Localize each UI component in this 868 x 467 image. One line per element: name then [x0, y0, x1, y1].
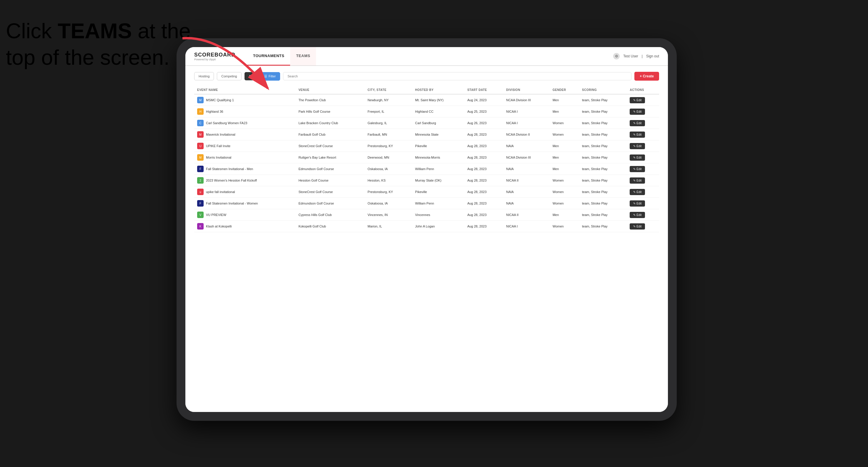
scoring-cell: team, Stroke Play — [579, 94, 627, 106]
table-row: uupike fall invitationalStoneCrest Golf … — [194, 186, 659, 198]
event-icon: H — [197, 108, 204, 115]
tab-teams[interactable]: TEAMS — [290, 47, 316, 66]
actions-cell: ✎ Edit — [627, 152, 659, 163]
edit-button[interactable]: ✎ Edit — [630, 200, 645, 207]
col-city-state: CITY, STATE — [365, 86, 412, 94]
nav-divider: | — [642, 54, 643, 58]
hosted-by-cell: Mt. Saint Mary (NY) — [412, 94, 464, 106]
event-name-cell: MMorris Invitational — [194, 152, 296, 163]
table-row: KKlash at KokopelliKokopelli Golf ClubMa… — [194, 221, 659, 232]
gender-cell: Women — [550, 198, 579, 209]
hosting-button[interactable]: Hosting — [194, 72, 214, 80]
venue-cell: Lake Bracken Country Club — [296, 117, 365, 129]
hosted-by-cell: Pikeville — [412, 141, 464, 152]
search-input[interactable] — [283, 72, 631, 80]
division-cell: NAIA — [503, 186, 550, 198]
actions-cell: ✎ Edit — [627, 129, 659, 141]
actions-cell: ✎ Edit — [627, 175, 659, 186]
actions-cell: ✎ Edit — [627, 221, 659, 232]
edit-button[interactable]: ✎ Edit — [630, 143, 645, 149]
toolbar: Hosting Competing All ☰ Filter + Create — [194, 72, 659, 81]
city-state-cell: Deerwood, MN — [365, 152, 412, 163]
division-cell: NCAA Division II — [503, 129, 550, 141]
event-icon: K — [197, 223, 204, 229]
table-row: MMaverick InvitationalFaribault Golf Clu… — [194, 129, 659, 141]
create-button[interactable]: + Create — [634, 72, 659, 81]
edit-button[interactable]: ✎ Edit — [630, 108, 645, 115]
event-name: Morris Invitational — [206, 156, 231, 159]
table-row: 22023 Women's Hesston Fall KickoffHessto… — [194, 175, 659, 186]
col-event-name: EVENT NAME — [194, 86, 296, 94]
all-button[interactable]: All — [245, 72, 257, 80]
hosted-by-cell: Minnesota-Morris — [412, 152, 464, 163]
venue-cell: The Powelton Club — [296, 94, 365, 106]
gender-cell: Women — [550, 175, 579, 186]
actions-cell: ✎ Edit — [627, 106, 659, 117]
event-name-cell: UUPIKE Fall Invite — [194, 141, 296, 152]
edit-button[interactable]: ✎ Edit — [630, 155, 645, 161]
gender-cell: Men — [550, 106, 579, 117]
nav-tabs: TOURNAMENTS TEAMS — [247, 47, 613, 66]
table-row: CCarl Sandburg Women FA23Lake Bracken Co… — [194, 117, 659, 129]
user-name: Test User — [623, 54, 638, 58]
gender-cell: Women — [550, 129, 579, 141]
event-name: VU PREVIEW — [206, 213, 226, 217]
hosted-by-cell: William Penn — [412, 198, 464, 209]
competing-button[interactable]: Competing — [217, 72, 241, 80]
scoring-cell: team, Stroke Play — [579, 175, 627, 186]
hosted-by-cell: Highland CC — [412, 106, 464, 117]
edit-button[interactable]: ✎ Edit — [630, 189, 645, 195]
event-icon: C — [197, 120, 204, 126]
scoring-cell: team, Stroke Play — [579, 129, 627, 141]
division-cell: NICAA I — [503, 106, 550, 117]
city-state-cell: Prestonsburg, KY — [365, 141, 412, 152]
tournaments-table: EVENT NAME VENUE CITY, STATE HOSTED BY S… — [194, 86, 659, 232]
city-state-cell: Galesburg, IL — [365, 117, 412, 129]
scoring-cell: team, Stroke Play — [579, 141, 627, 152]
nav-right: ⚙ Test User | Sign out — [613, 53, 659, 59]
start-date-cell: Aug 28, 2023 — [464, 163, 503, 175]
event-icon: F — [197, 166, 204, 172]
hosted-by-cell: Vincennes — [412, 209, 464, 221]
hosted-by-cell: Murray State (OK) — [412, 175, 464, 186]
gender-cell: Women — [550, 221, 579, 232]
city-state-cell: Prestonsburg, KY — [365, 186, 412, 198]
venue-cell: Edmundson Golf Course — [296, 163, 365, 175]
start-date-cell: Aug 25, 2023 — [464, 106, 503, 117]
col-scoring: SCORING — [579, 86, 627, 94]
logo-area: SCOREBOARD Powered by clippit — [194, 52, 236, 61]
start-date-cell: Aug 28, 2023 — [464, 186, 503, 198]
sign-out-link[interactable]: Sign out — [646, 54, 659, 58]
venue-cell: StoneCrest Golf Course — [296, 141, 365, 152]
edit-button[interactable]: ✎ Edit — [630, 178, 645, 184]
table-row: MMorris InvitationalRuttger's Bay Lake R… — [194, 152, 659, 163]
event-name-cell: VVU PREVIEW — [194, 209, 296, 221]
scoring-cell: team, Stroke Play — [579, 221, 627, 232]
table-row: UUPIKE Fall InviteStoneCrest Golf Course… — [194, 141, 659, 152]
edit-button[interactable]: ✎ Edit — [630, 223, 645, 229]
scoring-cell: team, Stroke Play — [579, 117, 627, 129]
edit-button[interactable]: ✎ Edit — [630, 97, 645, 103]
edit-button[interactable]: ✎ Edit — [630, 166, 645, 172]
edit-button[interactable]: ✎ Edit — [630, 131, 645, 138]
edit-button[interactable]: ✎ Edit — [630, 120, 645, 126]
venue-cell: Ruttger's Bay Lake Resort — [296, 152, 365, 163]
actions-cell: ✎ Edit — [627, 94, 659, 106]
event-icon: F — [197, 200, 204, 207]
edit-button[interactable]: ✎ Edit — [630, 212, 645, 218]
logo-text: SCOREBOARD — [194, 52, 236, 58]
col-start-date: START DATE — [464, 86, 503, 94]
filter-button[interactable]: ☰ Filter — [260, 72, 280, 81]
event-name-cell: MMaverick Invitational — [194, 129, 296, 141]
tab-tournaments[interactable]: TOURNAMENTS — [247, 47, 290, 66]
tablet-screen: SCOREBOARD Powered by clippit TOURNAMENT… — [185, 47, 668, 412]
main-content: Hosting Competing All ☰ Filter + Create … — [185, 66, 668, 412]
settings-icon[interactable]: ⚙ — [613, 53, 620, 59]
division-cell: NCAA Division III — [503, 152, 550, 163]
table-header: EVENT NAME VENUE CITY, STATE HOSTED BY S… — [194, 86, 659, 94]
start-date-cell: Aug 28, 2023 — [464, 198, 503, 209]
event-name: 2023 Women's Hesston Fall Kickoff — [206, 179, 257, 182]
scoring-cell: team, Stroke Play — [579, 186, 627, 198]
top-nav: SCOREBOARD Powered by clippit TOURNAMENT… — [185, 47, 668, 66]
instruction-teams-bold: TEAMS — [58, 19, 132, 43]
